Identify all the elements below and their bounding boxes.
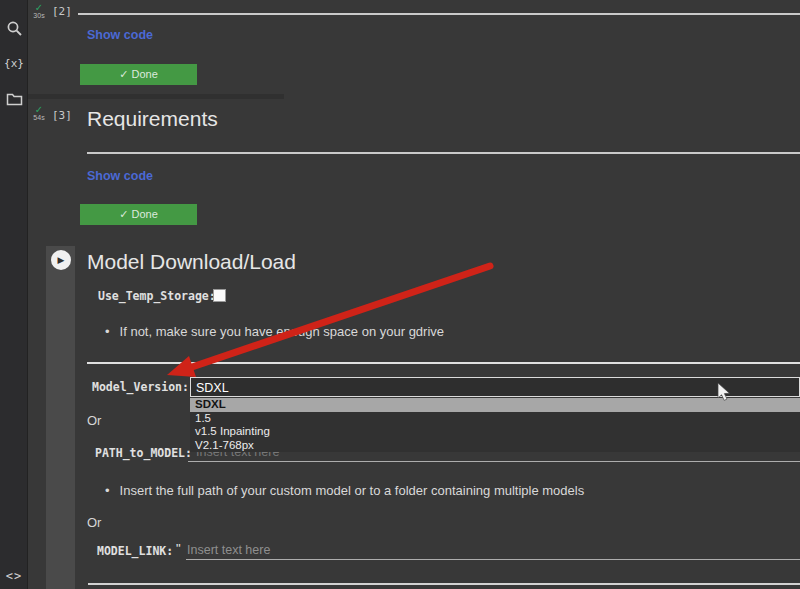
files-folder-icon[interactable]: [0, 86, 28, 112]
or-text-2: Or: [87, 515, 101, 530]
check-icon: ✓: [29, 105, 49, 114]
check-icon: ✓: [29, 3, 49, 12]
cell3-runtime: 54s: [29, 114, 49, 122]
annotation-arrow: [167, 266, 490, 377]
cell2-done-button[interactable]: ✓ Done: [80, 64, 197, 85]
run-cell-button[interactable]: ▶: [51, 250, 71, 270]
cell2-runtime: 30s: [29, 12, 49, 20]
requirements-divider: [87, 152, 800, 154]
cell3-run-status: ✓ 54s: [29, 105, 49, 122]
model-version-label: Model_Version:: [92, 380, 189, 394]
use-temp-storage-label: Use_Temp_Storage:: [98, 289, 216, 303]
search-icon[interactable]: [0, 15, 28, 41]
bullet-dot: [105, 483, 120, 498]
model-version-dropdown: SDXL 1.5 v1.5 Inpainting V2.1-768px: [190, 398, 800, 452]
cell2-divider: [78, 13, 800, 15]
path-input-underline: [188, 461, 800, 462]
model-version-selected-value: SDXL: [191, 378, 799, 396]
model-link-input[interactable]: Insert text here: [187, 543, 270, 557]
requirements-heading: Requirements: [87, 107, 218, 131]
dropdown-option-v15-inpainting[interactable]: v1.5 Inpainting: [190, 425, 800, 439]
colab-notebook-window: {x} <> ✓ 30s [2] Show code ✓ Done ✓ 54s …: [0, 0, 800, 589]
cell3-done-button[interactable]: ✓ Done: [80, 204, 197, 225]
bottom-divider: [88, 583, 800, 585]
dropdown-option-1-5[interactable]: 1.5: [190, 412, 800, 426]
cell2-execution-count: [2]: [52, 5, 72, 18]
path-to-model-label: PATH_to_MODEL:: [95, 446, 192, 460]
play-icon: ▶: [58, 255, 65, 265]
cell3-execution-count: [3]: [52, 109, 72, 122]
storage-note: If not, make sure you have enough space …: [105, 324, 444, 339]
model-version-select[interactable]: SDXL: [190, 377, 800, 397]
model-link-label: MODEL_LINK:: [97, 544, 173, 558]
model-link-quote: ": [176, 541, 181, 556]
cell2-show-code-link[interactable]: Show code: [87, 28, 153, 42]
dropdown-option-sdxl[interactable]: SDXL: [190, 398, 800, 412]
form-divider: [87, 362, 800, 364]
model-download-heading: Model Download/Load: [87, 250, 296, 274]
activity-sidebar: {x} <>: [0, 0, 28, 589]
or-text-1: Or: [87, 413, 101, 428]
path-note: Insert the full path of your custom mode…: [105, 483, 584, 498]
dropdown-option-v21-768px[interactable]: V2.1-768px: [190, 439, 800, 453]
model-link-underline: [186, 559, 800, 560]
cell-gutter-strip: [46, 246, 75, 589]
variables-icon[interactable]: {x}: [0, 50, 28, 76]
use-temp-storage-checkbox[interactable]: [213, 289, 226, 302]
code-snippets-icon[interactable]: <>: [0, 563, 28, 589]
cell3-show-code-link[interactable]: Show code: [87, 169, 153, 183]
cell2-run-status: ✓ 30s: [29, 3, 49, 20]
bullet-dot: [105, 324, 120, 339]
cell-separator: [28, 94, 284, 99]
